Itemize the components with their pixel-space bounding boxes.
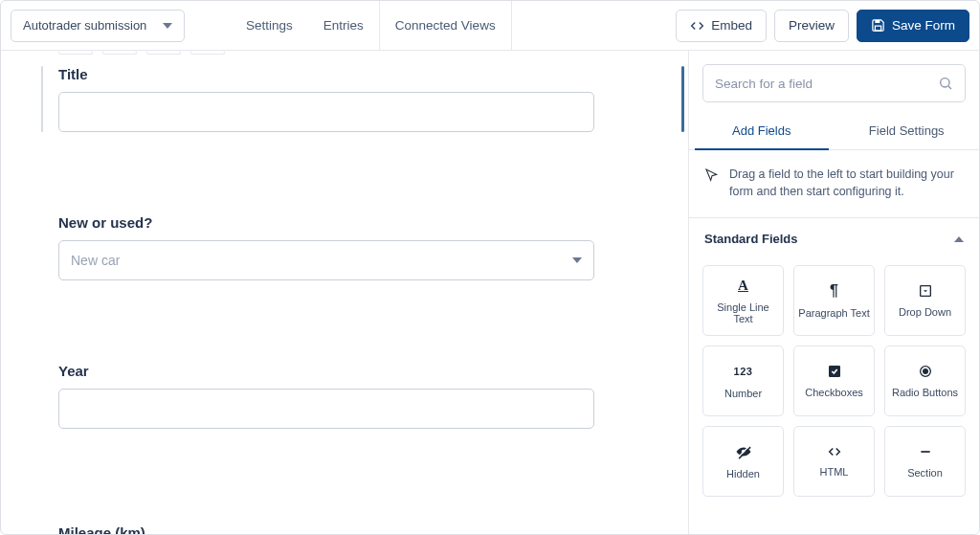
field-type-single-line-text[interactable]: A Single Line Text [702, 265, 784, 336]
divider [511, 1, 512, 50]
field-type-grid: A Single Line Text ¶ Paragraph Text Drop… [689, 256, 979, 510]
toolbar-remnant [58, 51, 669, 55]
sidebar: Add Fields Field Settings Drag a field t… [688, 51, 979, 534]
nav-settings[interactable]: Settings [231, 1, 308, 50]
field-type-checkboxes[interactable]: Checkboxes [793, 346, 875, 416]
svg-rect-1 [875, 26, 880, 31]
field-type-label: Drop Down [899, 306, 951, 318]
nav-connected-views-label: Connected Views [395, 18, 496, 33]
nav-entries[interactable]: Entries [308, 1, 379, 50]
field-label: Year [58, 363, 669, 379]
svg-point-7 [923, 369, 927, 374]
code-icon [690, 19, 704, 33]
svg-point-2 [941, 78, 949, 87]
search-field[interactable] [702, 64, 966, 102]
form-field-title[interactable]: Title [58, 66, 669, 132]
selection-indicator-right [681, 66, 684, 132]
save-icon [871, 18, 885, 33]
top-links: Settings Entries Connected Views [208, 1, 512, 50]
embed-button[interactable]: Embed [676, 10, 767, 42]
field-type-hidden[interactable]: Hidden [702, 426, 784, 497]
top-bar: Autotrader submission Settings Entries C… [1, 1, 979, 51]
field-type-label: Single Line Text [707, 301, 779, 324]
nav-settings-label: Settings [246, 18, 293, 33]
preview-button[interactable]: Preview [774, 10, 849, 42]
section-standard-fields[interactable]: Standard Fields [689, 218, 979, 256]
field-type-label: Checkboxes [805, 387, 863, 398]
preview-button-label: Preview [789, 18, 835, 33]
section-title: Standard Fields [704, 232, 798, 246]
text-input[interactable] [58, 389, 594, 429]
save-form-button-label: Save Form [892, 18, 955, 33]
field-type-label: Paragraph Text [798, 307, 869, 319]
nav-connected-views[interactable]: Connected Views [380, 1, 511, 50]
field-type-label: Section [907, 467, 943, 479]
field-label: Mileage (km) [58, 524, 669, 534]
field-type-number[interactable]: 123 Number [702, 346, 784, 416]
pilcrow-icon: ¶ [826, 282, 843, 300]
hint-text: Drag a field to the left to start buildi… [729, 166, 964, 200]
number-icon: 123 [735, 363, 752, 380]
field-label: Title [58, 66, 669, 82]
nav-entries-label: Entries [323, 18, 364, 33]
embed-button-label: Embed [711, 18, 752, 33]
field-type-section[interactable]: Section [884, 426, 966, 497]
sidebar-tabs: Add Fields Field Settings [689, 112, 979, 150]
dropdown-icon [918, 283, 933, 299]
field-type-drop-down[interactable]: Drop Down [884, 265, 966, 336]
search-input[interactable] [715, 77, 938, 91]
text-input[interactable] [58, 92, 594, 132]
field-type-label: Hidden [726, 468, 760, 479]
eye-off-icon [735, 443, 752, 460]
field-type-label: Number [724, 388, 762, 399]
tab-add-fields[interactable]: Add Fields [689, 112, 835, 149]
form-selector[interactable]: Autotrader submission [11, 10, 185, 42]
field-type-paragraph-text[interactable]: ¶ Paragraph Text [793, 265, 875, 336]
tab-label: Field Settings [869, 123, 945, 138]
field-type-label: HTML [820, 466, 849, 478]
chevron-down-icon [572, 257, 582, 263]
form-field-new-or-used[interactable]: New or used? New car [58, 214, 669, 280]
selection-indicator-left [41, 66, 43, 132]
search-icon [938, 76, 953, 91]
field-label: New or used? [58, 214, 669, 231]
form-selector-label: Autotrader submission [23, 18, 146, 33]
cursor-icon [704, 167, 720, 183]
select-placeholder: New car [71, 253, 120, 268]
save-form-button[interactable]: Save Form [857, 10, 969, 42]
field-type-radio-buttons[interactable]: Radio Buttons [884, 346, 966, 416]
checkbox-icon [827, 364, 842, 379]
chevron-down-icon [163, 23, 172, 29]
chevron-up-icon [954, 236, 964, 242]
text-icon: A [735, 277, 752, 294]
code-icon [827, 445, 842, 458]
form-canvas: Title New or used? New car Year Mileage … [1, 51, 688, 534]
tab-label: Add Fields [732, 123, 791, 138]
search-wrap [689, 51, 979, 112]
form-field-mileage[interactable]: Mileage (km) [58, 524, 669, 534]
form-field-year[interactable]: Year [58, 363, 669, 429]
field-type-label: Radio Buttons [892, 387, 958, 398]
svg-rect-0 [875, 20, 880, 23]
minus-icon [918, 444, 933, 459]
svg-line-3 [948, 86, 951, 89]
hint: Drag a field to the left to start buildi… [689, 150, 979, 218]
field-type-html[interactable]: HTML [793, 426, 875, 497]
select-input[interactable]: New car [58, 240, 594, 280]
tab-field-settings[interactable]: Field Settings [835, 112, 980, 149]
radio-icon [918, 364, 933, 379]
